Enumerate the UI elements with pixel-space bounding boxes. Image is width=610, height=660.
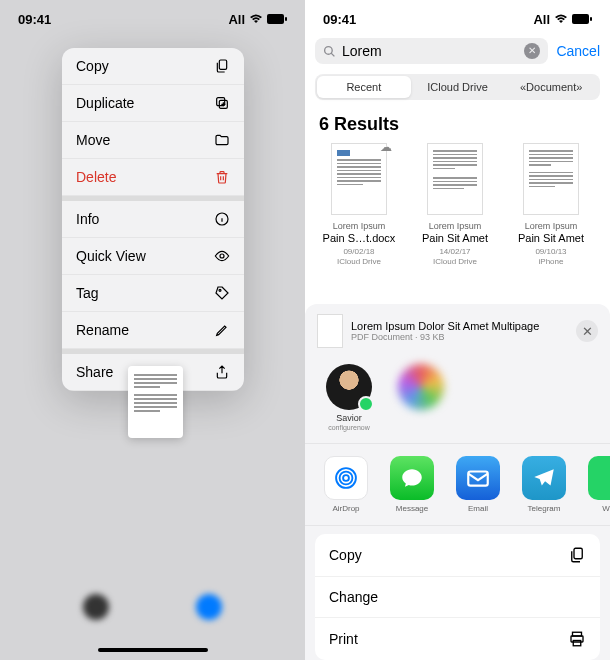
search-row: ✕ Cancel	[305, 32, 610, 70]
svg-rect-8	[572, 14, 589, 24]
app-message[interactable]: Message	[385, 456, 439, 513]
apps-row: AirDrop Message Email Telegram	[305, 444, 610, 526]
result-item[interactable]: Lorem Ipsum Pain Sit Amet 09/10/13 iPhon…	[511, 143, 591, 266]
share-thumbnail	[317, 314, 343, 348]
segment-document[interactable]: «Document»	[504, 76, 598, 98]
app-airdrop[interactable]: AirDrop	[319, 456, 373, 513]
whatsapp-badge-icon	[358, 396, 374, 412]
svg-point-11	[343, 475, 349, 481]
share-header: Lorem Ipsum Dolor Sit Amet Multipage PDF…	[305, 304, 610, 358]
result-thumbnail	[427, 143, 483, 215]
search-field[interactable]: ✕	[315, 38, 548, 64]
folder-icon	[214, 132, 230, 148]
home-indicator[interactable]	[98, 648, 208, 652]
segment-icloud[interactable]: ICloud Drive	[411, 76, 505, 98]
result-thumbnail: ☁	[331, 143, 387, 215]
message-icon	[399, 465, 425, 491]
avatar	[398, 364, 444, 410]
svg-rect-18	[573, 641, 581, 646]
action-change[interactable]: Change	[315, 577, 600, 618]
menu-item-duplicate[interactable]: Duplicate	[62, 85, 244, 122]
contacts-row: Savior configurenow	[305, 358, 610, 444]
avatar	[326, 364, 372, 410]
status-bar: 09:41 All	[305, 0, 610, 32]
duplicate-icon	[214, 95, 230, 111]
svg-point-7	[219, 289, 221, 291]
menu-item-quick-view[interactable]: Quick View	[62, 238, 244, 275]
background-toolbar	[0, 594, 305, 620]
svg-point-6	[220, 254, 224, 258]
segment-recent[interactable]: Recent	[317, 76, 411, 98]
airdrop-icon	[332, 464, 360, 492]
cancel-link[interactable]: Cancel	[556, 43, 600, 59]
result-thumbnail	[523, 143, 579, 215]
carrier-label: All	[228, 12, 245, 27]
contact-item[interactable]: Savior configurenow	[321, 364, 377, 431]
status-time: 09:41	[18, 12, 51, 27]
copy-icon	[214, 58, 230, 74]
wifi-icon	[249, 14, 263, 24]
menu-item-tag[interactable]: Tag	[62, 275, 244, 312]
svg-point-12	[340, 472, 353, 485]
trash-icon	[214, 169, 230, 185]
menu-item-info[interactable]: Info	[62, 196, 244, 238]
share-subtitle: PDF Document · 93 KB	[351, 332, 568, 342]
menu-item-rename[interactable]: Rename	[62, 312, 244, 349]
menu-item-delete[interactable]: Delete	[62, 159, 244, 196]
results-grid: ☁ Lorem Ipsum Pain S…t.docx 09/02/18 ICl…	[305, 143, 610, 266]
contact-item[interactable]	[393, 364, 449, 431]
action-list: Copy Change Print	[315, 534, 600, 660]
svg-point-10	[325, 46, 333, 54]
left-screenshot: 09:41 All Copy Duplicate Move Delete Inf…	[0, 0, 305, 660]
svg-rect-15	[574, 548, 582, 559]
svg-rect-14	[468, 472, 488, 486]
svg-rect-2	[219, 60, 226, 69]
action-print[interactable]: Print	[315, 618, 600, 660]
app-email[interactable]: Email	[451, 456, 505, 513]
right-screenshot: 09:41 All ✕ Cancel Recent ICloud Drive «…	[305, 0, 610, 660]
tag-icon	[214, 285, 230, 301]
svg-rect-0	[267, 14, 284, 24]
clear-search-button[interactable]: ✕	[524, 43, 540, 59]
document-thumbnail[interactable]	[128, 366, 183, 438]
context-menu: Copy Duplicate Move Delete Info Quick Vi…	[62, 48, 244, 391]
app-more[interactable]: W…	[583, 456, 610, 513]
result-item[interactable]: ☁ Lorem Ipsum Pain S…t.docx 09/02/18 ICl…	[319, 143, 399, 266]
email-icon	[465, 465, 491, 491]
close-button[interactable]: ✕	[576, 320, 598, 342]
search-input[interactable]	[342, 43, 518, 59]
eye-icon	[214, 248, 230, 264]
battery-icon	[267, 14, 287, 24]
status-time: 09:41	[323, 12, 356, 27]
segmented-control[interactable]: Recent ICloud Drive «Document»	[315, 74, 600, 100]
action-copy[interactable]: Copy	[315, 534, 600, 577]
print-icon	[568, 630, 586, 648]
svg-rect-9	[590, 17, 592, 21]
battery-icon	[572, 14, 592, 24]
result-item[interactable]: Lorem Ipsum Pain Sit Amet 14/02/17 IClou…	[415, 143, 495, 266]
svg-rect-1	[285, 17, 287, 21]
share-icon	[214, 364, 230, 380]
share-sheet: Lorem Ipsum Dolor Sit Amet Multipage PDF…	[305, 304, 610, 660]
share-title: Lorem Ipsum Dolor Sit Amet Multipage	[351, 320, 568, 332]
carrier-label: All	[533, 12, 550, 27]
menu-item-move[interactable]: Move	[62, 122, 244, 159]
status-bar: 09:41 All	[0, 0, 305, 32]
results-header: 6 Results	[305, 110, 610, 143]
copy-icon	[568, 546, 586, 564]
search-icon	[323, 45, 336, 58]
pencil-icon	[214, 322, 230, 338]
wifi-icon	[554, 14, 568, 24]
menu-item-copy[interactable]: Copy	[62, 48, 244, 85]
app-telegram[interactable]: Telegram	[517, 456, 571, 513]
telegram-icon	[531, 465, 557, 491]
info-icon	[214, 211, 230, 227]
cloud-download-icon: ☁	[380, 140, 392, 154]
